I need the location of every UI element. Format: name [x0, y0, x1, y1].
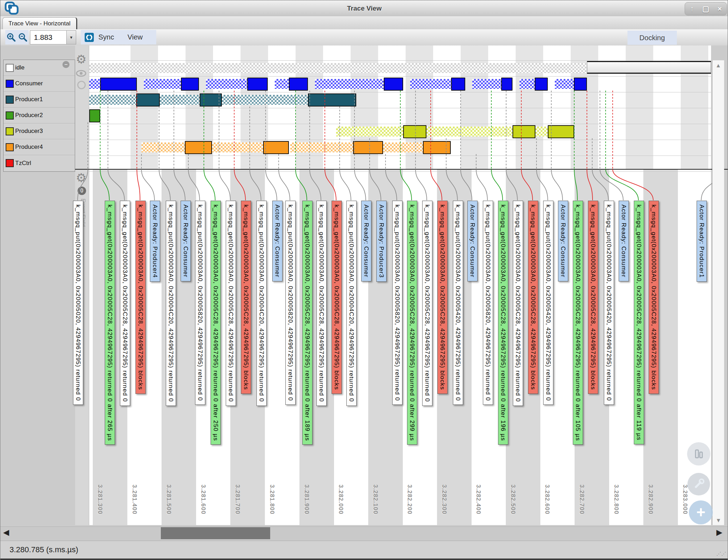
event-label[interactable]: k_msgq_put(0x200003A0, 0x20005420, 42949…: [453, 201, 463, 405]
producer3-exec-block[interactable]: [512, 125, 535, 138]
event-label[interactable]: k_msgq_put(0x200003A0, 0x20004C20, 42949…: [346, 201, 357, 406]
scroll-up-icon[interactable]: ▲: [712, 62, 724, 69]
event-label[interactable]: k_msgq_get(0x200003A0, 0x20005C28, 42949…: [634, 201, 644, 444]
event-label[interactable]: k_msgq_get(0x200003A0, 0x20005C28, 42949…: [422, 201, 432, 406]
legend-collapse-icon[interactable]: −: [62, 61, 69, 68]
event-label[interactable]: k_msgq_put(0x200003A0, 0x20005420, 42949…: [543, 201, 553, 405]
scroll-right-icon[interactable]: ▶: [716, 528, 722, 537]
event-label[interactable]: k_msgq_get(0x200003A0, 0x20005C28, 42949…: [241, 201, 251, 394]
event-label[interactable]: Actor Ready: Producer4: [150, 201, 160, 282]
consumer-exec-block[interactable]: [501, 78, 512, 91]
event-label[interactable]: k_msgq_put(0x200003A0, 0x20005820, 42949…: [483, 201, 493, 405]
consumer-exec-block[interactable]: [181, 78, 199, 91]
legend-row-producer4[interactable]: Producer4: [4, 139, 75, 155]
time-axis-tick: 3.281.300: [96, 485, 103, 515]
panels-button[interactable]: [687, 442, 710, 465]
plus-icon: +: [696, 502, 705, 523]
event-label[interactable]: Actor Ready: Consumer: [181, 201, 191, 281]
event-label[interactable]: k_msgq_get(0x200003A0, 0x20005C28, 42949…: [302, 201, 313, 445]
event-label[interactable]: k_msgq_put(0x200003A0, 0x20004C20, 42949…: [256, 201, 267, 406]
producer1-exec-block[interactable]: [136, 93, 160, 106]
event-label[interactable]: k_msgq_put(0x200003A0, 0x20005820, 42949…: [392, 201, 402, 405]
event-label[interactable]: Actor Ready: Consumer: [361, 201, 371, 281]
minimize-icon[interactable]: ↑: [687, 4, 697, 14]
vertical-scrollbar[interactable]: ▲ ▼: [712, 60, 724, 525]
gear-icon[interactable]: ⚙: [76, 53, 86, 65]
view-button[interactable]: View: [127, 33, 142, 41]
overview-box[interactable]: [587, 61, 711, 74]
event-label[interactable]: k_msgq_get(0x200003A0, 0x20005C28, 42949…: [120, 201, 130, 406]
docking-button[interactable]: Docking: [627, 31, 677, 45]
event-label[interactable]: k_msgq_get(0x200003A0, 0x20005C28, 42949…: [649, 201, 659, 394]
producer4-exec-block[interactable]: [263, 141, 289, 154]
consumer-exec-block[interactable]: [100, 78, 137, 91]
event-label[interactable]: k_msgq_get(0x200003A0, 0x20005C28, 42949…: [105, 201, 115, 445]
maximize-icon[interactable]: ▢: [700, 4, 711, 14]
event-label[interactable]: Actor Ready: Consumer: [272, 201, 283, 281]
event-label[interactable]: k_msgq_put(0x200003A0, 0x20005420, 42949…: [604, 201, 614, 405]
event-label[interactable]: k_msgq_get(0x200003A0, 0x20005C28, 42949…: [135, 201, 146, 394]
event-label[interactable]: k_msgq_get(0x200003A0, 0x20005C28, 42949…: [498, 201, 508, 445]
eye-icon[interactable]: [76, 69, 86, 77]
producer4-exec-block[interactable]: [353, 141, 383, 154]
producer4-exec-block[interactable]: [185, 141, 212, 154]
consumer-exec-block[interactable]: [535, 78, 548, 91]
settings-button[interactable]: [687, 473, 710, 495]
legend-row-tzctrl[interactable]: TzCtrl: [4, 155, 75, 171]
event-label[interactable]: k_msgq_get(0x200003A0, 0x20005C28, 42949…: [588, 201, 598, 394]
marker-circle-icon[interactable]: [77, 81, 86, 89]
producer3-exec-block[interactable]: [548, 125, 574, 138]
event-label[interactable]: k_msgq_put(0x200003A0, 0x20005820, 42949…: [285, 201, 296, 405]
sync-icon[interactable]: [84, 32, 94, 42]
producer3-exec-block[interactable]: [403, 125, 426, 138]
zoom-level-dropdown-icon[interactable]: ▼: [66, 30, 76, 44]
event-label[interactable]: k_msgq_put(0x200003A0, 0x20005020, 42949…: [73, 201, 83, 405]
consumer-exec-block[interactable]: [247, 78, 268, 91]
event-label[interactable]: Actor Ready: Consumer: [619, 201, 629, 281]
sync-button[interactable]: Sync: [98, 33, 114, 41]
event-label[interactable]: k_msgq_put(0x200003A0, 0x20005820, 42949…: [195, 201, 205, 405]
producer4-exec-block[interactable]: [423, 141, 451, 154]
event-label[interactable]: k_msgq_get(0x200003A0, 0x20005C28, 42949…: [407, 201, 417, 445]
event-label[interactable]: k_msgq_put(0x200003A0, 0x20004C20, 42949…: [166, 201, 176, 406]
event-label[interactable]: k_msgq_get(0x200003A0, 0x20005C28, 42949…: [316, 201, 327, 406]
producer1-exec-block[interactable]: [200, 93, 222, 106]
event-field-gear-icon[interactable]: ⚙: [76, 172, 86, 184]
zoom-in-icon[interactable]: [7, 33, 16, 42]
event-label[interactable]: k_msgq_get(0x200003A0, 0x20005C28, 42949…: [332, 201, 342, 394]
event-label[interactable]: k_msgq_get(0x200003A0, 0x20005C28, 42949…: [211, 201, 221, 445]
zoom-level-input[interactable]: 1.883: [30, 30, 70, 44]
legend-row-producer3[interactable]: Producer3: [4, 123, 75, 139]
event-label[interactable]: k_msgq_get(0x200003A0, 0x20005C28, 42949…: [437, 201, 448, 394]
legend-row-producer2[interactable]: Producer2: [4, 108, 75, 123]
event-label[interactable]: k_msgq_get(0x200003A0, 0x20005C28, 42949…: [513, 201, 523, 406]
horizontal-scrollbar[interactable]: [0, 526, 728, 540]
consumer-exec-block[interactable]: [384, 78, 403, 91]
legend-row-consumer[interactable]: Consumer: [4, 76, 75, 92]
event-label[interactable]: k_msgq_get(0x200003A0, 0x20005C28, 42949…: [573, 201, 583, 445]
add-button[interactable]: +: [689, 500, 713, 524]
horizontal-scrollbar-thumb[interactable]: [161, 527, 270, 539]
resize-grip[interactable]: ⋰⋰: [716, 551, 726, 556]
time-axis-tick: 3.281.600: [200, 485, 207, 515]
event-field-collapse-icon[interactable]: 0: [78, 187, 86, 195]
close-icon[interactable]: ×: [714, 4, 725, 14]
tab-trace-view-horizontal[interactable]: Trace View - Horizontal: [2, 17, 77, 30]
consumer-exec-block[interactable]: [451, 78, 465, 91]
event-label[interactable]: Actor Ready: Producer1: [697, 201, 707, 282]
producer1-exec-block[interactable]: [308, 93, 356, 106]
event-label[interactable]: Actor Ready: Consumer: [558, 201, 568, 281]
event-label[interactable]: Actor Ready: Producer3: [376, 201, 387, 282]
zoom-out-icon[interactable]: [18, 33, 28, 42]
event-label[interactable]: k_msgq_get(0x200003A0, 0x20005C28, 42949…: [226, 201, 236, 406]
scroll-down-icon[interactable]: ▼: [712, 517, 724, 524]
legend-row-producer1[interactable]: Producer1: [4, 92, 75, 108]
time-axis-tick: 3.282.500: [509, 485, 516, 515]
legend-swatch: [6, 127, 14, 135]
event-label[interactable]: k_msgq_get(0x200003A0, 0x20005C28, 42949…: [528, 201, 538, 394]
consumer-exec-block[interactable]: [574, 78, 587, 91]
producer2-exec-block[interactable]: [89, 109, 100, 122]
event-label[interactable]: Actor Ready: Consumer: [467, 201, 478, 281]
scroll-left-icon[interactable]: ◀: [3, 528, 9, 537]
consumer-exec-block[interactable]: [289, 78, 308, 91]
